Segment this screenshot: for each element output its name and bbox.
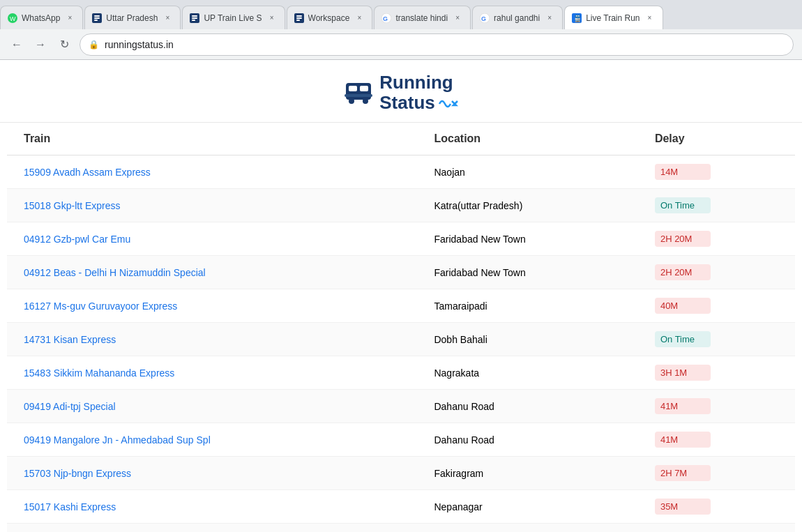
page-content: Running Status [0,60,802,532]
tab-up-train-live[interactable]: UP Train Live S× [182,6,285,29]
train-link[interactable]: 15017 Kashi Express [24,501,116,512]
cell-location: Dahanu Road [423,390,643,423]
favicon-uttar-pradesh [92,13,102,23]
table-row: 15018 Gkp-ltt ExpressKatra(uttar Pradesh… [7,189,795,222]
delay-badge: 2H 7M [655,465,711,481]
cell-train: 14731 Kisan Express [7,323,423,356]
tab-live-train[interactable]: 🚆Live Train Run× [564,6,663,29]
cell-train: 12202 Kcvl-ltt Garib Rath Express [7,524,423,532]
logo-train-icon [343,80,374,105]
svg-point-24 [363,98,368,104]
svg-rect-4 [94,17,100,19]
delay-badge: On Time [655,331,711,347]
cell-location: Fakiragram [423,457,643,490]
delay-badge: 41M [655,432,711,448]
lock-icon: 🔒 [89,40,99,50]
tab-label-up-train-live: UP Train Live S [204,13,262,23]
tab-close-whatsapp[interactable]: × [64,13,75,24]
tab-close-up-train-live[interactable]: × [266,13,278,24]
tab-label-uttar-pradesh: Uttar Pradesh [106,13,158,23]
svg-rect-13 [296,20,300,21]
train-link[interactable]: 14731 Kisan Express [24,334,116,345]
train-link[interactable]: 15909 Avadh Assam Express [24,167,151,178]
svg-text:G: G [481,15,486,22]
svg-rect-7 [192,15,197,17]
tab-close-translate-hindi[interactable]: × [452,13,463,24]
cell-delay: 41M [644,390,795,423]
cell-train: 15909 Avadh Assam Express [7,155,423,189]
reload-button[interactable]: ↻ [56,36,73,53]
cell-train: 15483 Sikkim Mahananda Express [7,356,423,390]
table-row: 14731 Kisan ExpressDobh BahaliOn Time [7,323,795,356]
tab-close-live-train[interactable]: × [644,13,656,24]
svg-rect-5 [94,20,98,21]
tab-translate-hindi[interactable]: Gtranslate hindi× [374,6,471,29]
back-button[interactable]: ← [8,36,25,53]
table-row: 04912 Gzb-pwl Car EmuFaridabad New Town2… [7,222,795,256]
train-link[interactable]: 15483 Sikkim Mahananda Express [24,367,174,379]
favicon-translate-hindi: G [381,13,391,23]
svg-text:G: G [383,15,388,22]
svg-rect-12 [296,17,302,19]
train-link[interactable]: 04912 Gzb-pwl Car Emu [24,234,130,245]
tab-rahul-gandhi[interactable]: Grahul gandhi× [472,6,563,29]
cell-delay: 35M [644,490,795,524]
cell-delay: 55M [644,524,795,532]
logo-line2: Status [379,93,458,113]
logo-squiggle-icon [438,97,459,108]
tab-uttar-pradesh[interactable]: Uttar Pradesh× [84,6,181,29]
cell-delay: On Time [644,323,795,356]
url-bar[interactable]: 🔒 runningstatus.in [80,33,794,56]
delay-badge: 35M [655,499,711,515]
forward-button[interactable]: → [32,36,49,53]
cell-location: Katra(uttar Pradesh) [423,189,643,222]
site-header: Running Status [0,60,802,123]
train-link[interactable]: 04912 Beas - Delhi H Nizamuddin Special [24,267,206,278]
delay-badge: 3H 1M [655,365,711,381]
tab-close-workspace[interactable]: × [354,13,365,24]
tab-whatsapp[interactable]: WWhatsApp× [0,6,83,29]
favicon-up-train-live [190,13,199,23]
train-link[interactable]: 15018 Gkp-ltt Express [24,200,121,211]
svg-rect-9 [192,20,195,21]
table-row: 09419 Adi-tpj SpecialDahanu Road41M [7,390,795,423]
tab-label-rahul-gandhi: rahul gandhi [494,13,540,23]
delay-badge: 2H 20M [655,231,711,247]
tab-close-uttar-pradesh[interactable]: × [162,13,173,24]
cell-train: 09419 Mangalore Jn - Ahmedabad Sup Spl [7,423,423,457]
train-link[interactable]: 15703 Njp-bngn Express [24,468,131,479]
tab-close-rahul-gandhi[interactable]: × [544,13,555,24]
logo-text-block: Running Status [379,73,458,112]
delay-badge: 2H 20M [655,264,711,280]
cell-train: 09419 Adi-tpj Special [7,390,423,423]
cell-location: Tamaraipadi [423,289,643,323]
table-row: 15017 Kashi ExpressNepanagar35M [7,490,795,524]
svg-text:W: W [10,15,16,22]
table-row: 16127 Ms-guv Guruvayoor ExpressTamaraipa… [7,289,795,323]
cell-train: 15703 Njp-bngn Express [7,457,423,490]
logo-line1: Running [379,73,458,93]
svg-rect-22 [360,86,368,91]
delay-badge: 40M [655,298,711,314]
table-row: 12202 Kcvl-ltt Garib Rath ExpressShoranu… [7,524,795,532]
svg-text:🚆: 🚆 [573,14,582,23]
cell-location: Faridabad New Town [423,222,643,256]
cell-delay: 2H 20M [644,222,795,256]
table-row: 15703 Njp-bngn ExpressFakiragram2H 7M [7,457,795,490]
tab-workspace[interactable]: Workspace× [287,6,373,29]
cell-delay: 2H 20M [644,256,795,289]
tab-label-live-train: Live Train Run [586,13,640,23]
cell-train: 16127 Ms-guv Guruvayoor Express [7,289,423,323]
delay-badge: On Time [655,197,711,213]
table-row: 15483 Sikkim Mahananda ExpressNagrakata3… [7,356,795,390]
train-link[interactable]: 09419 Mangalore Jn - Ahmedabad Sup Spl [24,434,211,446]
favicon-whatsapp: W [8,13,17,23]
train-link[interactable]: 16127 Ms-guv Guruvayoor Express [24,301,177,312]
cell-location: Dahanu Road [423,423,643,457]
cell-location: Dobh Bahali [423,323,643,356]
tab-label-whatsapp: WhatsApp [22,13,60,23]
table-row: 15909 Avadh Assam ExpressNaojan14M [7,155,795,189]
train-link[interactable]: 09419 Adi-tpj Special [24,401,116,412]
col-header-delay: Delay [644,123,795,155]
svg-rect-11 [296,15,302,17]
